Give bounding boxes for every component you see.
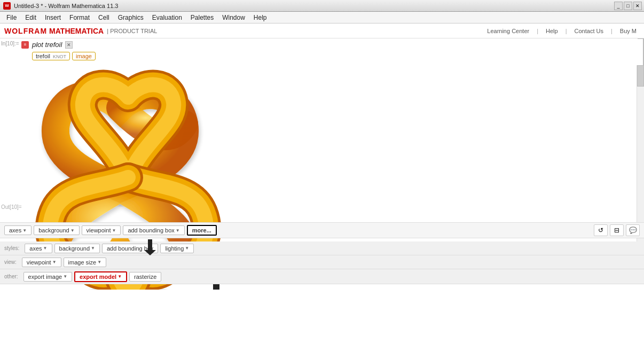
cell-bracket-in <box>638 38 644 65</box>
menu-file[interactable]: File <box>2 13 21 22</box>
styles-toolbar: styles: axes ▼ background ▼ add bounding… <box>0 241 644 255</box>
svg-rect-3 <box>148 239 152 250</box>
export-image-label: export image <box>28 274 62 280</box>
tag-image-text: image <box>76 53 92 59</box>
menu-edit[interactable]: Edit <box>21 13 41 22</box>
comment-button[interactable]: 💬 <box>626 224 640 236</box>
more-button[interactable]: more... <box>187 225 217 236</box>
maximize-button[interactable]: □ <box>624 2 632 10</box>
refresh-icon: ↺ <box>598 227 603 234</box>
background-button-2[interactable]: background ▼ <box>54 244 100 253</box>
mathematica-label: MATHEMATICA <box>49 27 104 35</box>
menu-evaluation[interactable]: Evaluation <box>148 13 186 22</box>
export-image-button[interactable]: export image ▼ <box>23 272 73 282</box>
window-controls: _ □ ✕ <box>614 2 642 10</box>
tag-trefoil[interactable]: trefoil KNOT <box>32 52 70 60</box>
learning-center-link[interactable]: Learning Center <box>484 28 532 34</box>
rasterize-button[interactable]: rasterize <box>129 272 161 282</box>
more-label: more... <box>192 227 211 233</box>
cell-close-button[interactable]: ✕ <box>65 41 73 49</box>
viewpoint-button-1[interactable]: viewpoint ▼ <box>82 225 121 235</box>
image-size-button[interactable]: image size ▼ <box>64 258 107 267</box>
menu-help[interactable]: Help <box>249 13 271 22</box>
scroll-thumb[interactable] <box>637 65 644 87</box>
export-image-dropdown: ▼ <box>63 274 67 279</box>
wolfram-label: WOLFRAM <box>4 27 47 35</box>
menu-cell[interactable]: Cell <box>94 13 114 22</box>
help-link[interactable]: Help <box>543 28 561 34</box>
tags-row: trefoil KNOT image <box>32 52 96 60</box>
viewpoint-label-2: viewpoint <box>27 259 51 266</box>
axes-label-1: axes <box>9 227 21 233</box>
close-button[interactable]: ✕ <box>633 2 642 10</box>
axes-dropdown-2: ▼ <box>43 246 48 251</box>
comment-icon: 💬 <box>629 227 637 234</box>
viewpoint-dropdown-1: ▼ <box>112 228 116 233</box>
viewpoint-label-1: viewpoint <box>87 227 111 233</box>
background-button-1[interactable]: background ▼ <box>34 225 79 235</box>
lighting-label: lighting <box>165 245 184 252</box>
bounding-box-label-1: add bounding box <box>128 227 174 233</box>
in-label: In[10]:= <box>1 41 19 46</box>
axes-button-2[interactable]: axes ▼ <box>25 244 52 253</box>
menu-insert[interactable]: Insert <box>41 13 65 22</box>
lighting-button[interactable]: lighting ▼ <box>160 244 194 253</box>
cell-icon[interactable]: ≡ <box>21 41 29 49</box>
image-size-label: image size <box>68 259 97 266</box>
lighting-dropdown: ▼ <box>185 246 189 251</box>
refresh-button[interactable]: ↺ <box>594 224 608 236</box>
menu-graphics[interactable]: Graphics <box>114 13 148 22</box>
window-title: Untitled-3 * - Wolfram Mathematica 11.3 <box>14 3 641 9</box>
notebook-content: In[10]:= ≡ plot trefoil ✕ trefoil KNOT i… <box>0 38 644 290</box>
input-line: ≡ plot trefoil ✕ <box>21 41 96 49</box>
tag-image[interactable]: image <box>72 52 96 60</box>
viewpoint-button-2[interactable]: viewpoint ▼ <box>22 258 61 267</box>
bounding-box-dropdown-1: ▼ <box>176 228 180 233</box>
background-label-2: background <box>59 245 90 252</box>
bounding-box-button-1[interactable]: add bounding box ▼ <box>123 225 184 235</box>
axes-button-1[interactable]: axes ▼ <box>4 225 32 235</box>
export-model-dropdown: ▼ <box>117 274 122 279</box>
viewpoint-dropdown-2: ▼ <box>52 260 57 264</box>
background-dropdown-1: ▼ <box>70 228 75 233</box>
menu-window[interactable]: Window <box>218 13 249 22</box>
export-model-button[interactable]: export model ▼ <box>74 271 127 282</box>
buy-link[interactable]: Buy M <box>617 28 640 34</box>
minimize-button[interactable]: _ <box>614 2 623 10</box>
other-toolbar: other: export image ▼ export model ▼ ras… <box>0 269 644 284</box>
background-label-1: background <box>38 227 69 233</box>
title-bar: W Untitled-3 * - Wolfram Mathematica 11.… <box>0 0 644 12</box>
product-links: Learning Center | Help | Contact Us | Bu… <box>484 28 640 34</box>
trial-label: | PRODUCT TRIAL <box>107 28 157 34</box>
export-arrow <box>144 239 156 257</box>
export-arrow-svg <box>144 239 156 255</box>
other-label: other: <box>4 274 18 279</box>
menu-bar: File Edit Insert Format Cell Graphics Ev… <box>0 12 644 24</box>
background-dropdown-2: ▼ <box>91 246 95 251</box>
tag-trefoil-text: trefoil <box>36 53 50 59</box>
export-model-label: export model <box>80 274 116 280</box>
tag-trefoil-sub: KNOT <box>53 54 66 59</box>
print-icon: ⊟ <box>614 227 619 234</box>
print-button[interactable]: ⊟ <box>610 224 624 236</box>
menu-palettes[interactable]: Palettes <box>186 13 218 22</box>
image-size-dropdown: ▼ <box>97 260 101 264</box>
input-cell: ≡ plot trefoil ✕ trefoil KNOT image <box>21 41 96 60</box>
rasterize-label: rasterize <box>134 274 156 280</box>
view-label: view: <box>4 259 17 265</box>
view-toolbar: view: viewpoint ▼ image size ▼ <box>0 255 644 269</box>
axes-label-2: axes <box>29 245 42 252</box>
out-label: Out[10]= <box>1 204 22 210</box>
contact-link[interactable]: Contact Us <box>571 28 607 34</box>
command-text: plot trefoil <box>32 41 62 49</box>
svg-marker-4 <box>144 250 156 255</box>
product-bar: WOLFRAM MATHEMATICA | PRODUCT TRIAL Lear… <box>0 24 644 38</box>
app-icon: W <box>3 2 11 10</box>
main-toolbar: axes ▼ background ▼ viewpoint ▼ add boun… <box>0 222 644 238</box>
axes-dropdown-1: ▼ <box>22 228 27 233</box>
styles-label: styles: <box>4 245 19 251</box>
menu-format[interactable]: Format <box>65 13 94 22</box>
